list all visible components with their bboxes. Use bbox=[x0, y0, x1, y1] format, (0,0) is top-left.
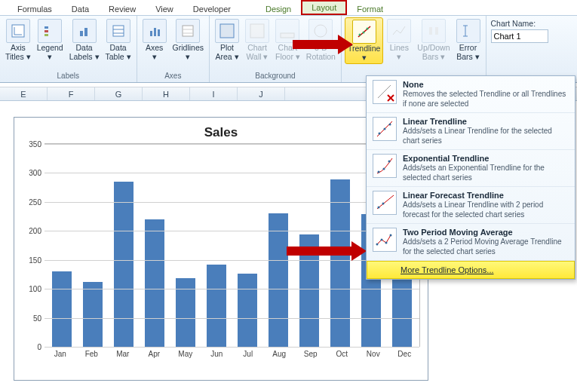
chart-name-input[interactable] bbox=[491, 29, 548, 43]
xtick: Jun bbox=[207, 350, 226, 358]
trendline-option-0[interactable]: NoneRemoves the selected Trendline or al… bbox=[367, 76, 575, 113]
xtick: Apr bbox=[144, 350, 164, 358]
more-trendline-options[interactable]: More Trendline Options... bbox=[367, 261, 575, 279]
xtick: Sep bbox=[301, 350, 321, 358]
ytick: 150 bbox=[22, 256, 41, 264]
chart-name-label: Chart Name: bbox=[491, 19, 548, 28]
dd-title: Exponential Trendline bbox=[403, 154, 569, 163]
chart-wall-button: ChartWall ▾ bbox=[243, 17, 272, 63]
bar-Jan[interactable] bbox=[52, 271, 72, 347]
tab-strip: Formulas Data Review View Developer Desi… bbox=[0, 0, 577, 15]
svg-point-38 bbox=[383, 168, 385, 170]
svg-rect-5 bbox=[45, 34, 48, 36]
trendline-option-icon bbox=[373, 191, 397, 215]
svg-rect-25 bbox=[429, 27, 432, 35]
trendline-option-icon bbox=[373, 228, 397, 252]
plot-area-button[interactable]: PlotArea ▾ bbox=[213, 17, 241, 63]
col-H[interactable]: H bbox=[143, 87, 190, 100]
tab-view[interactable]: View bbox=[146, 2, 183, 15]
updown-bars-button: Up/DownBars ▾ bbox=[415, 17, 452, 63]
bar-Mar[interactable] bbox=[114, 182, 134, 347]
bar-Jul[interactable] bbox=[238, 274, 257, 347]
tab-design[interactable]: Design bbox=[256, 2, 301, 15]
xtick: Nov bbox=[364, 350, 383, 358]
col-E[interactable]: E bbox=[0, 87, 48, 100]
svg-rect-8 bbox=[113, 26, 124, 36]
svg-point-41 bbox=[378, 207, 380, 209]
trendline-option-1[interactable]: Linear TrendlineAdds/sets a Linear Trend… bbox=[367, 113, 575, 150]
svg-rect-18 bbox=[250, 24, 264, 38]
xtick: Dec bbox=[394, 350, 414, 358]
tab-layout[interactable]: Layout bbox=[301, 0, 347, 15]
ytick: 250 bbox=[22, 198, 41, 206]
data-table-button[interactable]: DataTable ▾ bbox=[103, 17, 134, 63]
error-bars-button[interactable]: ErrorBars ▾ bbox=[454, 17, 483, 63]
axes-button[interactable]: Axes▾ bbox=[140, 17, 169, 63]
svg-point-46 bbox=[390, 234, 392, 237]
tab-format[interactable]: Format bbox=[347, 2, 393, 15]
svg-point-39 bbox=[388, 161, 391, 163]
svg-rect-13 bbox=[158, 29, 160, 36]
svg-point-34 bbox=[379, 133, 381, 135]
svg-point-22 bbox=[358, 34, 361, 36]
plot-area[interactable]: 050100150200250300350 bbox=[45, 143, 420, 347]
ytick: 0 bbox=[22, 343, 41, 351]
group-background: Background bbox=[213, 72, 338, 82]
svg-point-45 bbox=[385, 242, 388, 244]
tab-formulas[interactable]: Formulas bbox=[8, 2, 62, 15]
svg-rect-6 bbox=[80, 31, 83, 36]
dd-desc: Adds/sets a Linear Trendline for the sel… bbox=[403, 127, 569, 145]
col-J[interactable]: J bbox=[238, 87, 285, 100]
svg-rect-11 bbox=[150, 31, 152, 36]
rotation-button: 3-DRotation bbox=[304, 17, 338, 63]
xtick: Aug bbox=[269, 350, 289, 358]
tab-developer[interactable]: Developer bbox=[183, 2, 241, 15]
chart-name-group: Chart Name: bbox=[486, 16, 553, 82]
bar-Feb[interactable] bbox=[83, 282, 103, 347]
svg-point-24 bbox=[366, 28, 368, 30]
trendline-option-4[interactable]: Two Period Moving AverageAdds/sets a 2 P… bbox=[367, 224, 575, 261]
lines-button: Lines▾ bbox=[385, 17, 413, 63]
svg-point-37 bbox=[378, 171, 380, 173]
group-labels: Labels bbox=[3, 72, 134, 82]
ytick: 300 bbox=[22, 169, 41, 177]
data-labels-button[interactable]: DataLabels ▾ bbox=[67, 17, 102, 63]
trendline-button[interactable]: Trendline▾ bbox=[345, 17, 383, 64]
svg-point-43 bbox=[376, 243, 379, 246]
xtick: Jan bbox=[51, 350, 70, 358]
bar-Jun[interactable] bbox=[207, 265, 226, 347]
ytick: 50 bbox=[22, 314, 41, 322]
trendline-option-icon bbox=[373, 80, 397, 104]
dd-title: Two Period Moving Average bbox=[403, 228, 569, 237]
svg-rect-17 bbox=[220, 24, 234, 38]
tab-review[interactable]: Review bbox=[99, 2, 146, 15]
svg-point-35 bbox=[384, 128, 386, 130]
bar-Oct[interactable] bbox=[330, 179, 350, 347]
dd-desc: Adds/sets a Linear Trendline with 2 peri… bbox=[403, 201, 569, 219]
trendline-option-2[interactable]: Exponential TrendlineAdds/sets an Expone… bbox=[367, 150, 575, 187]
bar-Apr[interactable] bbox=[145, 219, 164, 347]
legend-button[interactable]: Legend▾ bbox=[35, 17, 66, 63]
svg-point-23 bbox=[362, 32, 364, 34]
col-G[interactable]: G bbox=[95, 87, 143, 100]
gridlines-button[interactable]: Gridlines▾ bbox=[170, 17, 206, 63]
axis-titles-button[interactable]: AxisTitles ▾ bbox=[3, 17, 33, 63]
svg-rect-7 bbox=[84, 28, 87, 36]
dd-title: Linear Trendline bbox=[403, 117, 569, 126]
svg-rect-12 bbox=[154, 28, 156, 36]
dd-title: None bbox=[403, 80, 569, 89]
bar-Sep[interactable] bbox=[299, 234, 319, 347]
svg-rect-26 bbox=[435, 27, 438, 35]
svg-rect-3 bbox=[45, 26, 48, 29]
col-F[interactable]: F bbox=[48, 87, 95, 100]
svg-rect-4 bbox=[45, 30, 48, 32]
tab-data[interactable]: Data bbox=[62, 2, 99, 15]
col-I[interactable]: I bbox=[190, 87, 238, 100]
xtick: Feb bbox=[81, 350, 101, 358]
xtick: Oct bbox=[332, 350, 351, 358]
bar-Aug[interactable] bbox=[269, 213, 288, 347]
svg-rect-19 bbox=[281, 33, 294, 38]
ytick: 100 bbox=[22, 285, 41, 293]
trendline-option-3[interactable]: Linear Forecast TrendlineAdds/sets a Lin… bbox=[367, 187, 575, 224]
svg-rect-0 bbox=[12, 25, 24, 37]
